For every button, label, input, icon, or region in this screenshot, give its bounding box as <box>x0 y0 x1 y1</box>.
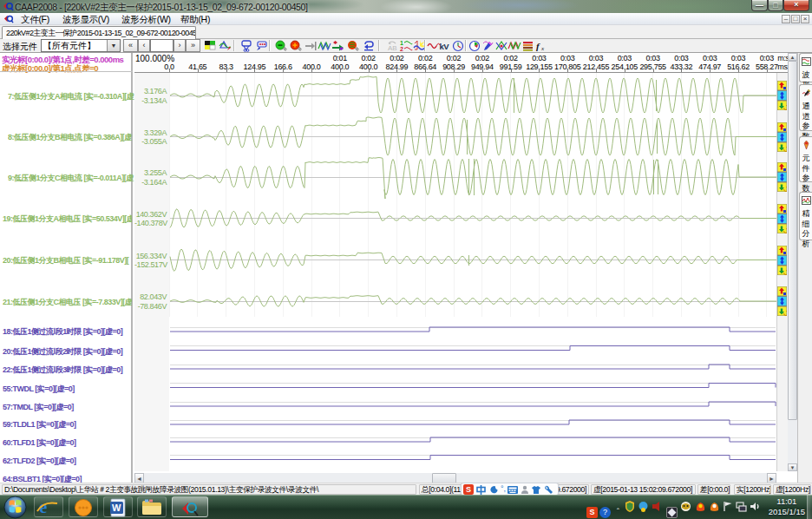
svg-text:x: x <box>540 45 545 52</box>
svg-text:2: 2 <box>400 46 403 52</box>
svg-text:W: W <box>112 503 121 513</box>
svg-text:f: f <box>536 41 540 51</box>
svg-text:AB: AB <box>388 44 397 52</box>
svg-text:1: 1 <box>400 40 403 46</box>
svg-text:kV: kV <box>440 42 450 51</box>
